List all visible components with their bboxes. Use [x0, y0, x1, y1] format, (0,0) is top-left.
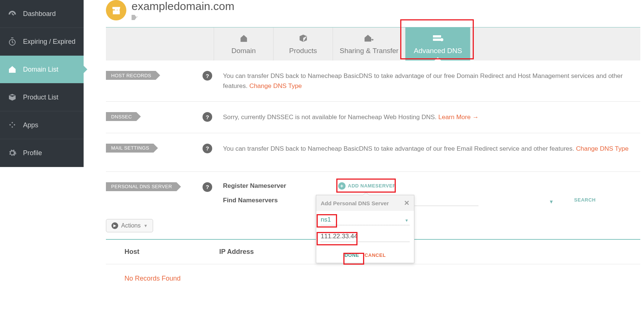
- cancel-button[interactable]: CANCEL: [365, 252, 386, 258]
- section-text: Sorry, currently DNSSEC is not available…: [223, 112, 640, 122]
- register-nameserver-label: Register Nameserver: [223, 182, 338, 190]
- done-button[interactable]: DONE: [344, 252, 359, 258]
- ip-input[interactable]: [321, 231, 410, 242]
- section-pill: MAIL SETTINGS: [106, 144, 153, 153]
- tab-products[interactable]: Products: [273, 27, 333, 61]
- popover-title: Add Personal DNS Server: [321, 200, 389, 206]
- chevron-down-icon: ▼: [143, 223, 148, 228]
- close-icon[interactable]: ✕: [404, 199, 410, 207]
- apps-icon: [7, 120, 17, 130]
- chevron-down-icon: ▾: [405, 218, 408, 223]
- col-host: Host: [124, 248, 219, 256]
- help-icon[interactable]: ?: [203, 112, 212, 122]
- plus-icon: +: [338, 182, 346, 190]
- sidebar-item-expiring[interactable]: Expiring / Expired: [0, 28, 84, 56]
- play-icon: ▶: [111, 222, 118, 229]
- sidebar-item-dashboard[interactable]: Dashboard: [0, 0, 84, 28]
- svg-point-3: [440, 38, 443, 41]
- sidebar-label: Profile: [23, 149, 42, 157]
- tab-label: Products: [289, 47, 317, 55]
- tab-advanced-dns[interactable]: Advanced DNS: [405, 27, 470, 61]
- section-text: You can transfer DNS back to Namecheap B…: [223, 71, 640, 91]
- sidebar-label: Apps: [23, 121, 38, 129]
- chevron-down-icon: ▾: [550, 199, 553, 205]
- search-button[interactable]: SEARCH: [574, 197, 596, 203]
- house-icon: [7, 65, 17, 74]
- add-nameserver-popover: Add Personal DNS Server ✕ ns1 ▾ DONE CAN…: [316, 195, 414, 263]
- svg-rect-1: [433, 35, 441, 37]
- box-icon: [298, 33, 308, 44]
- no-records-text: No Records Found: [106, 264, 640, 282]
- tag-add-icon[interactable]: [132, 15, 234, 20]
- find-nameservers-label: Find Nameservers: [223, 197, 278, 204]
- section-text: You can transfer DNS back to Namecheap B…: [223, 144, 640, 154]
- svg-rect-2: [433, 39, 441, 41]
- stopwatch-icon: [7, 37, 17, 46]
- tab-bar: Domain Products Sharing & Transfer Advan…: [106, 27, 640, 61]
- tab-label: Domain: [232, 47, 256, 55]
- section-host-records: HOST RECORDS ? You can transfer DNS back…: [106, 61, 640, 102]
- sidebar-label: Expiring / Expired: [23, 38, 75, 46]
- change-dns-link[interactable]: Change DNS Type: [249, 82, 302, 89]
- gear-icon: [7, 148, 17, 158]
- tab-sharing[interactable]: Sharing & Transfer: [333, 27, 405, 61]
- sidebar-label: Product List: [23, 94, 58, 101]
- share-icon: [363, 33, 375, 44]
- help-icon[interactable]: ?: [203, 144, 212, 153]
- section-pill: PERSONAL DNS SERVER: [106, 182, 177, 191]
- tab-domain[interactable]: Domain: [214, 27, 273, 61]
- col-ip: IP Address: [219, 248, 254, 256]
- gauge-icon: [7, 9, 17, 19]
- box-icon: [7, 92, 17, 102]
- shop-icon: [106, 0, 126, 20]
- section-dnssec: DNSSEC ? Sorry, currently DNSSEC is not …: [106, 102, 640, 133]
- actions-dropdown[interactable]: ▶ Actions ▼: [106, 219, 153, 232]
- sidebar: Dashboard Expiring / Expired Domain List…: [0, 0, 84, 167]
- sidebar-item-product-list[interactable]: Product List: [0, 84, 84, 111]
- section-pill: HOST RECORDS: [106, 71, 156, 80]
- add-nameserver-button[interactable]: + ADD NAMESERVER: [338, 182, 396, 190]
- sidebar-item-profile[interactable]: Profile: [0, 139, 84, 167]
- popover-header: Add Personal DNS Server ✕: [316, 195, 414, 211]
- domain-header: exampledomain.com: [106, 0, 640, 20]
- learn-more-link[interactable]: Learn More →: [438, 114, 479, 121]
- tab-label: Advanced DNS: [414, 47, 462, 55]
- nameserver-select[interactable]: ns1 ▾: [321, 215, 410, 225]
- server-icon: [432, 33, 443, 44]
- house-icon: [239, 33, 249, 44]
- help-icon[interactable]: ?: [203, 182, 212, 192]
- sidebar-label: Dashboard: [23, 10, 56, 18]
- domain-title: exampledomain.com: [132, 0, 234, 13]
- sidebar-label: Domain List: [23, 66, 58, 73]
- tab-label: Sharing & Transfer: [340, 47, 398, 55]
- help-icon[interactable]: ?: [203, 71, 212, 81]
- sidebar-item-apps[interactable]: Apps: [0, 111, 84, 139]
- section-mail: MAIL SETTINGS ? You can transfer DNS bac…: [106, 133, 640, 164]
- sidebar-item-domain-list[interactable]: Domain List: [0, 56, 84, 84]
- section-pill: DNSSEC: [106, 112, 136, 121]
- change-dns-link[interactable]: Change DNS Type: [576, 145, 628, 152]
